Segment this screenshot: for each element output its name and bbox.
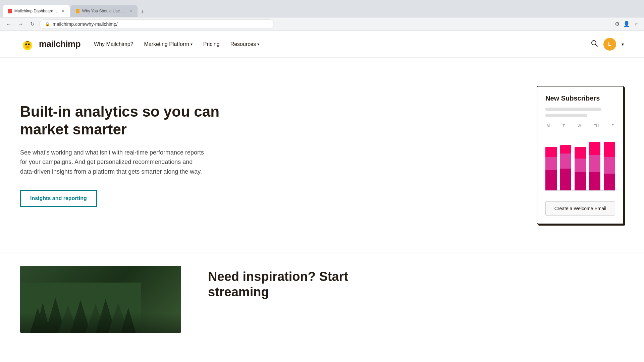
bar-mid-1 (545, 157, 557, 170)
content-left: Built-in analytics so you can market sma… (20, 103, 219, 207)
bar-group-4 (589, 142, 601, 190)
bar-stack-1 (545, 147, 557, 190)
reload-button[interactable]: ↻ (28, 19, 37, 28)
logo-text: mailchimp (39, 39, 80, 49)
nav-marketing-platform[interactable]: Marketing Platform ▾ (144, 41, 192, 47)
section-heading: Built-in analytics so you can market sma… (20, 103, 219, 138)
insights-reporting-button[interactable]: Insights and reporting (20, 190, 97, 207)
toolbar-icons: ⚙ 👤 ☆ (613, 20, 640, 28)
bar-bot-5 (604, 174, 615, 190)
svg-line-8 (596, 44, 598, 46)
bar-bot-1 (545, 170, 557, 190)
tab-1[interactable]: Mailchimp Dashboard | Teachi... ✕ (3, 5, 70, 17)
bar-bot-2 (560, 169, 572, 190)
create-welcome-email-button[interactable]: Create a Welcome Email (545, 201, 615, 216)
tab-2-label: Why You Should Use Mailchim... (82, 9, 126, 13)
bar-top-5 (604, 142, 615, 157)
bar-stack-5 (604, 142, 615, 190)
bar-group-2 (560, 145, 572, 190)
lock-icon: 🔒 (45, 22, 50, 26)
svg-point-5 (28, 43, 30, 45)
tab-2-close[interactable]: ✕ (129, 9, 132, 13)
chart-labels: M T W TH F (545, 124, 615, 128)
chart-label-m: M (547, 124, 550, 128)
logo-link[interactable]: mailchimp (20, 37, 80, 52)
new-tab-button[interactable]: + (138, 7, 147, 17)
search-button[interactable] (591, 40, 598, 49)
bar-top-4 (589, 142, 601, 155)
bar-bot-4 (589, 172, 601, 190)
avatar-chevron-icon[interactable]: ▾ (622, 42, 624, 47)
nav-why-mailchimp[interactable]: Why Mailchimp? (94, 41, 133, 47)
bar-group-5 (604, 142, 615, 190)
bottom-image (20, 266, 181, 333)
tab-1-label: Mailchimp Dashboard | Teachi... (14, 9, 59, 13)
browser-chrome: Mailchimp Dashboard | Teachi... ✕ Why Yo… (0, 0, 644, 17)
bookmark-icon[interactable]: ☆ (632, 20, 640, 28)
bar-bot-3 (575, 172, 586, 190)
chart-label-w: W (578, 124, 581, 128)
tab-2-favicon (76, 9, 79, 13)
back-button[interactable]: ← (4, 20, 13, 28)
chart-area: M T W TH F (545, 124, 615, 191)
profile-icon[interactable]: 👤 (623, 20, 631, 28)
new-subscribers-widget: New Subscribers M T W TH F (537, 86, 624, 224)
search-icon (591, 40, 598, 47)
bottom-text: Need inspiration? Start streaming (208, 266, 348, 300)
address-text: mailchimp.com/why-mailchimp/ (53, 21, 118, 27)
tab-2[interactable]: Why You Should Use Mailchim... ✕ (70, 5, 138, 17)
chart-label-t: T (562, 124, 565, 128)
bar-group-3 (575, 147, 586, 190)
extensions-icon[interactable]: ⚙ (613, 20, 621, 28)
section-body-text: See what's working and what isn't with r… (20, 148, 208, 177)
chart-bars (545, 130, 615, 191)
bar-mid-3 (575, 159, 586, 172)
bottom-heading: Need inspiration? Start streaming (208, 269, 348, 300)
skeleton-line-1 (545, 108, 601, 111)
svg-point-4 (25, 43, 27, 45)
browser-toolbar: ← → ↻ 🔒 mailchimp.com/why-mailchimp/ ⚙ 👤… (0, 17, 644, 31)
bar-mid-2 (560, 154, 572, 169)
forward-button[interactable]: → (16, 20, 25, 28)
bar-top-3 (575, 147, 586, 159)
bar-top-2 (560, 145, 572, 154)
bar-mid-4 (589, 155, 601, 172)
site-header: mailchimp Why Mailchimp? Marketing Platf… (0, 31, 644, 58)
site: mailchimp Why Mailchimp? Marketing Platf… (0, 31, 644, 346)
bar-group-1 (545, 147, 557, 190)
address-bar[interactable]: 🔒 mailchimp.com/why-mailchimp/ (39, 19, 274, 29)
main-content-section: Built-in analytics so you can market sma… (0, 58, 644, 252)
widget-title: New Subscribers (545, 95, 615, 102)
bar-mid-5 (604, 157, 615, 174)
browser-tabs: Mailchimp Dashboard | Teachi... ✕ Why Yo… (3, 0, 147, 17)
chart-label-th: TH (594, 124, 599, 128)
svg-point-6 (26, 46, 29, 48)
nav-resources[interactable]: Resources ▾ (230, 41, 259, 47)
bar-stack-2 (560, 145, 572, 190)
bottom-section: Need inspiration? Start streaming (0, 252, 644, 346)
header-right: L ▾ (591, 38, 624, 51)
skeleton-line-2 (545, 114, 587, 117)
bar-top-1 (545, 147, 557, 157)
user-avatar[interactable]: L (603, 38, 616, 51)
chevron-down-icon: ▾ (191, 42, 193, 47)
tab-1-close[interactable]: ✕ (61, 9, 64, 13)
bar-stack-4 (589, 142, 601, 190)
bar-stack-3 (575, 147, 586, 190)
chart-label-f: F (611, 124, 614, 128)
image-overlay (20, 313, 181, 333)
tab-1-favicon (8, 9, 12, 13)
main-nav: Why Mailchimp? Marketing Platform ▾ Pric… (94, 41, 591, 47)
nav-pricing[interactable]: Pricing (203, 41, 220, 47)
logo-mascot (20, 37, 35, 52)
chevron-down-icon-2: ▾ (257, 42, 259, 47)
